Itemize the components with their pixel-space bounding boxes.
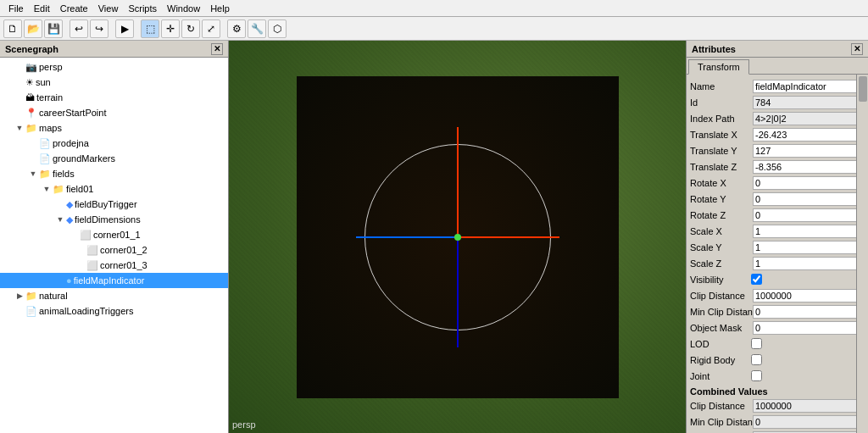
toolbar-rotate[interactable]: ↻ xyxy=(181,19,200,38)
label-object-mask: Object Mask xyxy=(690,323,751,333)
input-scale-x[interactable] xyxy=(753,225,856,238)
input-name[interactable] xyxy=(753,80,856,93)
tree-item-alt[interactable]: 📄 animalLoadingTriggers xyxy=(0,303,228,319)
tree-label-fields: fields xyxy=(53,169,75,179)
tree-item-sun[interactable]: ☀ sun xyxy=(0,75,228,90)
row-translate-z: Translate Z ▶ xyxy=(687,158,856,175)
input-rotate-x[interactable] xyxy=(753,176,856,190)
label-rigid-body: Rigid Body xyxy=(690,355,751,365)
scenegraph-panel: Scenegraph ✕ 📷 persp ☀ sun 🏔 xyxy=(0,41,229,433)
tree-icon-terrain: 🏔 xyxy=(25,92,35,103)
label-min-clip-distance: Min Clip Distance xyxy=(690,307,751,317)
menu-edit[interactable]: Edit xyxy=(29,2,55,15)
tree-toggle-persp[interactable] xyxy=(14,61,25,73)
viewport[interactable]: Distance 28.04 Triangles 0 Vertices 0 pe… xyxy=(229,41,686,433)
checkbox-visibility[interactable] xyxy=(751,274,762,285)
row-translate-y: Translate Y ▶ xyxy=(687,142,856,158)
label-translate-z: Translate Z xyxy=(690,162,751,172)
tree-toggle-alt[interactable] xyxy=(14,305,25,317)
input-object-mask[interactable] xyxy=(753,321,856,335)
row-min-clip-distance: Min Clip Distance ▶ xyxy=(687,303,856,319)
row-combined-object-mask: Object Mask xyxy=(687,430,856,433)
tree-item-prodejna[interactable]: 📄 prodejna xyxy=(0,136,228,151)
tree-toggle-c2[interactable] xyxy=(75,244,86,256)
tree-item-corner01-2[interactable]: ⬜ corner01_2 xyxy=(0,242,228,258)
label-visibility: Visibility xyxy=(690,275,751,285)
menu-create[interactable]: Create xyxy=(55,2,93,15)
tree-icon-prodejna: 📄 xyxy=(39,138,51,149)
attributes-scrollbar[interactable] xyxy=(856,75,868,433)
toolbar-btn1[interactable]: ⚙ xyxy=(227,19,246,38)
input-rotate-z[interactable] xyxy=(753,208,856,222)
tree-toggle-field01[interactable]: ▼ xyxy=(41,183,53,195)
tab-transform[interactable]: Transform xyxy=(688,59,749,75)
tree-item-fields[interactable]: ▼ 📁 fields xyxy=(0,166,228,181)
input-scale-y[interactable] xyxy=(753,241,856,254)
tree-toggle-prodejna[interactable] xyxy=(27,137,39,149)
menu-bar: File Edit Create View Scripts Window Hel… xyxy=(0,0,868,17)
tree-toggle-natural[interactable]: ▶ xyxy=(14,290,25,302)
row-translate-x: Translate X ▶ xyxy=(687,126,856,142)
tree-item-persp[interactable]: 📷 persp xyxy=(0,59,228,75)
tree-toggle-csp[interactable] xyxy=(14,107,25,119)
toolbar-save[interactable]: 💾 xyxy=(44,19,63,38)
tree-item-fieldBuyTrigger[interactable]: ◆ fieldBuyTrigger xyxy=(0,197,228,212)
scene-canvas xyxy=(229,41,686,433)
menu-view[interactable]: View xyxy=(93,2,124,15)
tree-label-csp: careerStartPoint xyxy=(39,108,106,118)
toolbar-btn2[interactable]: 🔧 xyxy=(248,19,266,38)
toolbar-select[interactable]: ⬚ xyxy=(141,19,159,38)
tree-item-fieldDimensions[interactable]: ▼ ◆ fieldDimensions xyxy=(0,212,228,227)
tree-item-natural[interactable]: ▶ 📁 natural xyxy=(0,288,228,303)
toolbar-scale[interactable]: ⤢ xyxy=(202,19,220,38)
menu-scripts[interactable]: Scripts xyxy=(123,2,162,15)
input-rotate-y[interactable] xyxy=(753,192,856,206)
tree-item-fieldMapIndicator[interactable]: ● fieldMapIndicator xyxy=(0,273,228,288)
toolbar-new[interactable]: 🗋 xyxy=(3,19,22,38)
menu-help[interactable]: Help xyxy=(205,2,235,15)
main-layout: Scenegraph ✕ 📷 persp ☀ sun 🏔 xyxy=(0,41,868,433)
row-combined-min-clip: Min Clip Distance xyxy=(687,414,856,430)
tree-icon-sun: ☀ xyxy=(25,77,34,88)
input-scale-z[interactable] xyxy=(753,257,856,270)
toolbar-undo[interactable]: ↩ xyxy=(70,19,88,38)
tree-toggle-c3[interactable] xyxy=(75,259,86,271)
tree-toggle-fmi[interactable] xyxy=(54,275,66,286)
input-translate-z[interactable] xyxy=(753,160,856,174)
tree-label-fmi: fieldMapIndicator xyxy=(74,275,145,286)
toolbar-play[interactable]: ▶ xyxy=(115,19,134,38)
attributes-close-btn[interactable]: ✕ xyxy=(851,43,863,55)
tree-toggle-c1[interactable] xyxy=(68,229,80,241)
tree-item-corner01-1[interactable]: ⬜ corner01_1 xyxy=(0,227,228,242)
tree-item-terrain[interactable]: 🏔 terrain xyxy=(0,90,228,105)
checkbox-joint[interactable] xyxy=(751,370,762,381)
tree-toggle-maps[interactable]: ▼ xyxy=(14,122,25,134)
toolbar-btn3[interactable]: ⬡ xyxy=(268,19,287,38)
tree-toggle-sun[interactable] xyxy=(14,76,25,88)
scenegraph-close-btn[interactable]: ✕ xyxy=(211,43,223,55)
tree-item-field01[interactable]: ▼ 📁 field01 xyxy=(0,181,228,197)
tree-item-groundMarkers[interactable]: 📄 groundMarkers xyxy=(0,151,228,166)
toolbar-open[interactable]: 📂 xyxy=(24,19,42,38)
toolbar-redo[interactable]: ↪ xyxy=(90,19,108,38)
tree-toggle-terrain[interactable] xyxy=(14,92,25,103)
input-clip-distance[interactable] xyxy=(753,289,856,303)
input-min-clip-distance[interactable] xyxy=(753,305,856,319)
tree-item-maps[interactable]: ▼ 📁 maps xyxy=(0,120,228,136)
tree-toggle-fd[interactable]: ▼ xyxy=(54,214,66,225)
checkbox-lod[interactable] xyxy=(751,338,762,349)
tree-icon-c1: ⬜ xyxy=(80,230,92,241)
tree-item-careerStartPoint[interactable]: 📍 careerStartPoint xyxy=(0,105,228,120)
row-name: Name xyxy=(687,78,856,94)
input-translate-y[interactable] xyxy=(753,144,856,158)
scenegraph-tree[interactable]: 📷 persp ☀ sun 🏔 terrain 📍 xyxy=(0,58,228,433)
tree-toggle-gm[interactable] xyxy=(27,153,39,164)
tree-toggle-fbt[interactable] xyxy=(54,198,66,210)
input-translate-x[interactable] xyxy=(753,128,856,142)
checkbox-rigid-body[interactable] xyxy=(751,354,762,365)
toolbar-move[interactable]: ✛ xyxy=(161,19,180,38)
tree-toggle-fields[interactable]: ▼ xyxy=(27,168,39,180)
menu-window[interactable]: Window xyxy=(162,2,205,15)
menu-file[interactable]: File xyxy=(3,2,29,15)
tree-item-corner01-3[interactable]: ⬜ corner01_3 xyxy=(0,258,228,273)
